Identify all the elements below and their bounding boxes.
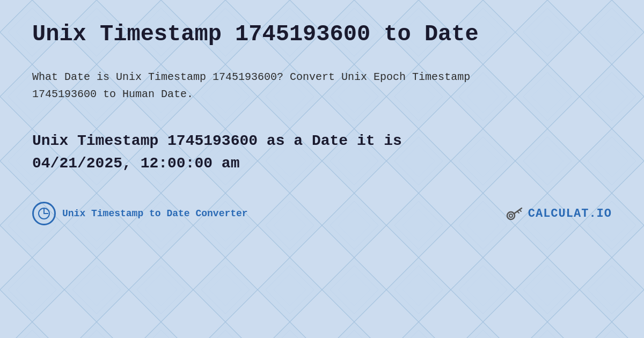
page-title: Unix Timestamp 1745193600 to Date bbox=[32, 21, 612, 47]
result-line2: 04/21/2025, 12:00:00 am bbox=[32, 155, 239, 172]
svg-point-8 bbox=[39, 208, 49, 219]
svg-point-12 bbox=[509, 214, 513, 217]
svg-point-11 bbox=[507, 212, 515, 219]
logo-text-main: CALCULAT.IO bbox=[528, 207, 612, 221]
logo-area: CALCULAT.IO bbox=[506, 204, 612, 223]
description-text: What Date is Unix Timestamp 1745193600? … bbox=[32, 69, 515, 103]
footer-left: Unix Timestamp to Date Converter bbox=[32, 202, 248, 225]
clock-icon bbox=[32, 202, 56, 225]
svg-line-15 bbox=[517, 211, 519, 213]
svg-line-14 bbox=[519, 210, 521, 211]
logo-text: CALCULAT.IO bbox=[528, 207, 612, 221]
footer-label: Unix Timestamp to Date Converter bbox=[62, 208, 248, 219]
main-content: Unix Timestamp 1745193600 to Date What D… bbox=[0, 0, 644, 247]
logo-icon bbox=[506, 204, 525, 223]
result-text: Unix Timestamp 1745193600 as a Date it i… bbox=[32, 130, 612, 175]
result-line1: Unix Timestamp 1745193600 as a Date it i… bbox=[32, 133, 402, 149]
footer: Unix Timestamp to Date Converter CALCULA… bbox=[32, 202, 612, 225]
result-section: Unix Timestamp 1745193600 as a Date it i… bbox=[32, 130, 612, 175]
